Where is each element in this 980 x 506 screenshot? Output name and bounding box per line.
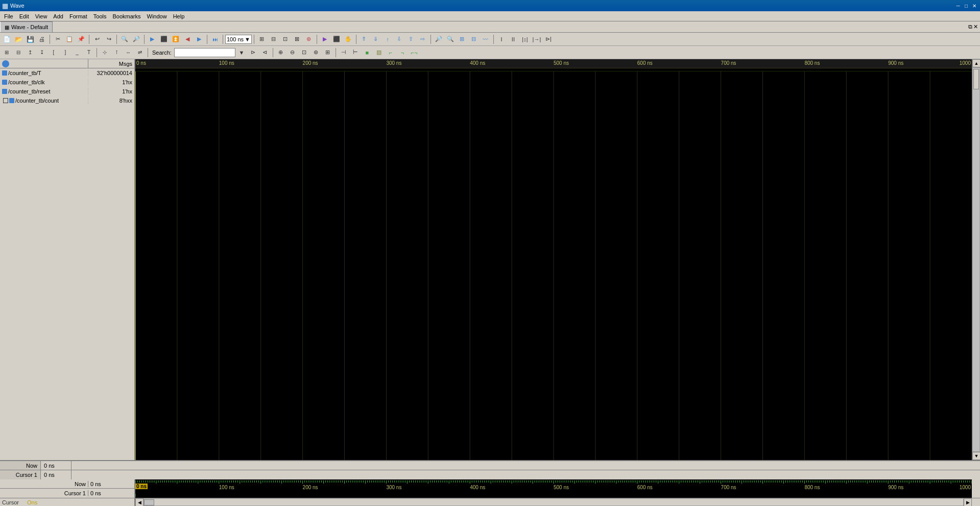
vertical-scrollbar[interactable]: ▲ ▼ <box>972 59 980 460</box>
tb-expand-button[interactable]: ⇧ <box>405 34 417 45</box>
title-bar-controls[interactable]: ─ □ ✕ <box>954 2 978 9</box>
tb-open-button[interactable]: 📂 <box>13 34 24 45</box>
tb-paste-button[interactable]: 📌 <box>76 34 87 45</box>
tb-zoom-in-button[interactable]: 🔎 <box>433 34 444 45</box>
menu-edit[interactable]: Edit <box>16 12 32 20</box>
scroll-down-button[interactable]: ▼ <box>972 452 980 460</box>
tb-wave-shade-button[interactable]: ▧ <box>373 47 385 58</box>
tb-mark1-button[interactable]: I <box>496 34 507 45</box>
tb-end-button[interactable]: ⊳| <box>543 34 554 45</box>
menu-help[interactable]: Help <box>170 12 188 20</box>
waveform-canvas[interactable] <box>135 71 972 460</box>
tb-zoom-wave2-button[interactable]: ⊛ <box>310 47 322 58</box>
tb-print-button[interactable]: 🖨 <box>36 34 47 45</box>
maximize-button[interactable]: □ <box>963 2 970 9</box>
tb-mark3-button[interactable]: |↕| <box>519 34 531 45</box>
time-dropdown[interactable]: 100 ns ▼ <box>225 35 252 44</box>
tb-findnext-button[interactable]: 🔎 <box>131 34 142 45</box>
tb-undo-button[interactable]: ↩ <box>91 34 103 45</box>
menu-add[interactable]: Add <box>50 12 66 20</box>
tb-wave2-button[interactable]: ⊟ <box>268 34 279 45</box>
menu-file[interactable]: File <box>1 12 16 20</box>
tb-zoom-wave-button[interactable]: 〰 <box>480 34 491 45</box>
tb-cursor-nav-button[interactable]: ⇌ <box>134 47 146 58</box>
tb-signal-move-up-button[interactable]: ↥ <box>25 47 36 58</box>
tab-restore-button[interactable]: ⧉ <box>968 23 972 30</box>
tb-copy-button[interactable]: 📋 <box>64 34 75 45</box>
tb-wave-solid-button[interactable]: ■ <box>362 47 373 58</box>
signal-row-t[interactable]: /counter_tb/T 32'h00000014 <box>0 68 134 78</box>
scroll-thumb[interactable] <box>973 69 979 89</box>
tb-signal-comment-button[interactable]: T <box>83 47 94 58</box>
tb-zoom-fit-button[interactable]: ⊞ <box>457 34 468 45</box>
tb-new-button[interactable]: 📄 <box>1 34 12 45</box>
wave-tab[interactable]: ▦ Wave - Default <box>0 21 53 32</box>
menu-bookmarks[interactable]: Bookmarks <box>109 12 144 20</box>
search-prev-btn[interactable]: ⊳ <box>248 47 259 58</box>
tb-save-button[interactable]: 💾 <box>25 34 36 45</box>
scroll-up-button[interactable]: ▲ <box>972 59 980 67</box>
tb-zoom-out2-button[interactable]: ⊖ <box>287 47 298 58</box>
signal-row-clk[interactable]: /counter_tb/clk 1'hx <box>0 78 134 87</box>
tb-redo-button[interactable]: ↪ <box>103 34 114 45</box>
tb-signal-add-button[interactable]: ⊞ <box>1 47 12 58</box>
menu-tools[interactable]: Tools <box>90 12 110 20</box>
tb-signal-blank-button[interactable]: _ <box>71 47 83 58</box>
signal-ungroup-icon: ] <box>65 50 66 55</box>
tb-find-button[interactable]: 🔍 <box>119 34 130 45</box>
tb-signal-group-button[interactable]: [ <box>48 47 59 58</box>
tb-wave1-button[interactable]: ⊞ <box>256 34 268 45</box>
tb-zoom-in2-button[interactable]: ⊕ <box>275 47 286 58</box>
tb-sim2-button[interactable]: ⬛ <box>158 34 170 45</box>
tb-zoom-custom-button[interactable]: ⊞ <box>322 47 333 58</box>
tb-wave-line-button[interactable]: ⌐ <box>385 47 396 58</box>
tb-zoom-fit2-button[interactable]: ⊡ <box>299 47 310 58</box>
tb-cut-button[interactable]: ✂ <box>52 34 63 45</box>
tb-sim1-button[interactable]: ▶ <box>147 34 158 45</box>
minimize-button[interactable]: ─ <box>954 2 962 9</box>
tb-sim3-button[interactable]: ⏫ <box>170 34 181 45</box>
menu-view[interactable]: View <box>32 12 51 20</box>
hscroll-thumb[interactable] <box>144 499 154 505</box>
tb-up-button[interactable]: ↑ <box>382 34 393 45</box>
tb-wave-type1-button[interactable]: ⊣ <box>338 47 349 58</box>
tb-signal-move-dn-button[interactable]: ↧ <box>36 47 47 58</box>
tb-run-button[interactable]: ▶ <box>319 34 330 45</box>
tb-wave-edge-button[interactable]: ⌐¬ <box>409 47 420 58</box>
tb-next-edge-button[interactable]: ⇓ <box>370 34 381 45</box>
tb-wave5-button[interactable]: ⊛ <box>303 34 315 45</box>
menu-format[interactable]: Format <box>66 12 90 20</box>
close-button[interactable]: ✕ <box>971 2 978 9</box>
signal-row-count[interactable]: /counter_tb/count 8'hxx <box>0 96 134 105</box>
search-next-btn[interactable]: ⊲ <box>259 47 271 58</box>
hscroll-right-button[interactable]: ▶ <box>964 498 972 506</box>
tb-collapse-button[interactable]: ⇨ <box>417 34 428 45</box>
search-dropdown-btn[interactable]: ▼ <box>236 47 247 58</box>
menu-window[interactable]: Window <box>144 12 170 20</box>
tb-mark4-button[interactable]: |→| <box>531 34 542 45</box>
search-input[interactable] <box>174 48 235 57</box>
tb-stop-button[interactable]: ⬛ <box>331 34 342 45</box>
tb-sim5-button[interactable]: ▶ <box>194 34 205 45</box>
tb-signal-ungroup-button[interactable]: ] <box>60 47 71 58</box>
signal-row-reset[interactable]: /counter_tb/reset 1'hx <box>0 87 134 96</box>
tb-wave-type2-button[interactable]: ⊢ <box>350 47 361 58</box>
tb-zoom-out-button[interactable]: 🔍 <box>445 34 456 45</box>
tb-cursor-button[interactable]: ✋ <box>343 34 354 45</box>
hscroll-left-button[interactable]: ◀ <box>135 498 144 506</box>
tb-cursor-a-button[interactable]: ⊹ <box>99 47 110 58</box>
tb-wave3-button[interactable]: ⊡ <box>280 34 291 45</box>
tb-prev-edge-button[interactable]: ⇑ <box>358 34 370 45</box>
tb-cursor-b-button[interactable]: ⊺ <box>111 47 122 58</box>
tb-down-button[interactable]: ⇩ <box>394 34 405 45</box>
tb-sep-9 <box>356 35 356 44</box>
tb-wave4-button[interactable]: ⊠ <box>292 34 303 45</box>
tb-zoom-full-button[interactable]: ⊟ <box>468 34 480 45</box>
tb-wave-line2-button[interactable]: ¬ <box>397 47 408 58</box>
tb-sim4-button[interactable]: ◀ <box>182 34 193 45</box>
tb-mark2-button[interactable]: II <box>508 34 519 45</box>
tab-close-button[interactable]: ✕ <box>973 23 978 30</box>
tb-step-button[interactable]: ⏭ <box>209 34 221 45</box>
tb-signal-ops-button[interactable]: ⊟ <box>13 47 24 58</box>
tb-cursor-lock-button[interactable]: ↔ <box>123 47 134 58</box>
